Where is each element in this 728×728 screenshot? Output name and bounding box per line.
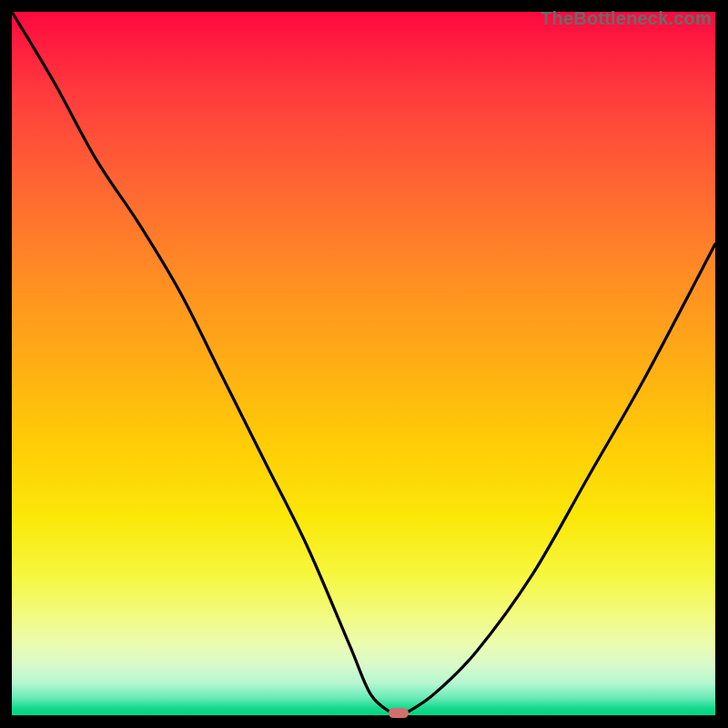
watermark: TheBottleneck.com (541, 8, 712, 29)
optimal-marker (389, 708, 409, 718)
chart-frame: TheBottleneck.com (12, 12, 715, 715)
bottleneck-curve (12, 12, 715, 715)
